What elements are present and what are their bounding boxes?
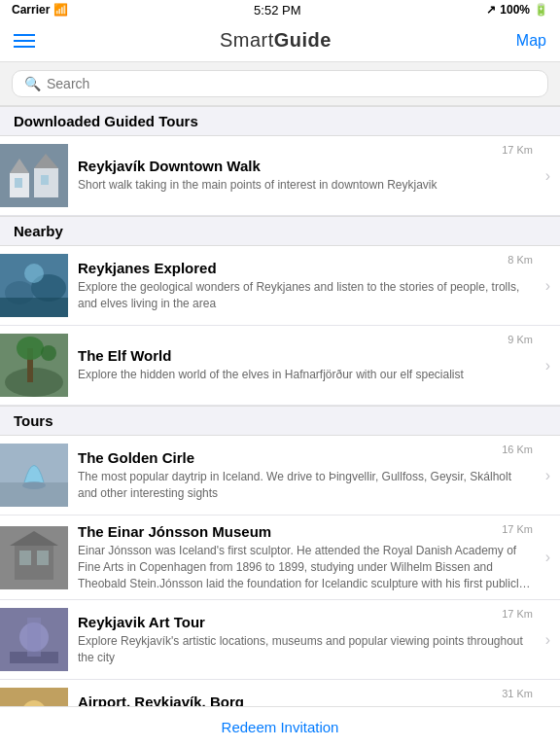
tour-info-einar-jonsson: The Einar Jónsson Museum Einar Jónsson w… [78, 523, 560, 591]
status-left: Carrier 📶 [12, 3, 68, 17]
menu-button[interactable] [14, 34, 35, 48]
map-link[interactable]: Map [516, 32, 546, 50]
nav-bar: SmartGuide Map [0, 19, 560, 62]
tour-desc: Explore the geological wonders of Reykja… [78, 279, 533, 312]
tour-thumb-reykjavik-art [0, 608, 68, 671]
tour-distance: 17 Km [502, 608, 533, 620]
tour-item-golden-circle[interactable]: The Golden Cirle The most popular daytri… [0, 436, 560, 516]
battery-label: 100% [500, 3, 530, 17]
chevron-right-icon: › [545, 167, 550, 185]
chevron-right-icon: › [545, 631, 550, 649]
chevron-right-icon: › [545, 357, 550, 374]
section-header-tours: Tours [0, 406, 560, 436]
tour-desc: The most popular daytrip in Iceland. We … [78, 469, 533, 502]
tour-info-golden-circle: The Golden Cirle The most popular daytri… [78, 449, 560, 502]
search-bar-container: 🔍 [0, 62, 560, 106]
svg-rect-22 [19, 551, 31, 565]
tour-thumb-reykjavik-downtown [0, 144, 68, 207]
tour-item-reykjanes[interactable]: Reykjanes Explored Explore the geologica… [0, 246, 560, 326]
redeem-invitation-link[interactable]: Redeem Invitation [222, 719, 339, 735]
tour-desc: Short walk taking in the main points of … [78, 177, 533, 194]
tour-list-scroll: Downloaded Guided Tours Reykjavík Downto… [0, 106, 560, 747]
location-icon: ↗ [486, 3, 496, 17]
status-time: 5:52 PM [254, 3, 300, 18]
carrier-label: Carrier [12, 3, 50, 17]
section-header-nearby: Nearby [0, 216, 560, 246]
tour-distance: 9 Km [508, 334, 533, 345]
svg-point-11 [24, 264, 44, 283]
svg-rect-28 [27, 618, 41, 657]
svg-rect-5 [15, 178, 22, 188]
battery-icon: 🔋 [534, 3, 548, 17]
tour-thumb-elf-world [0, 334, 68, 397]
tour-thumb-einar-jonsson [0, 526, 68, 589]
search-icon: 🔍 [24, 76, 41, 91]
tour-distance: 17 Km [502, 523, 533, 535]
tour-distance: 8 Km [508, 254, 533, 266]
svg-point-19 [22, 481, 46, 489]
tour-thumb-reykjanes [0, 254, 68, 317]
wifi-icon: 📶 [53, 3, 68, 17]
tour-thumb-golden-circle [0, 444, 68, 507]
tour-item-einar-jonsson[interactable]: The Einar Jónsson Museum Einar Jónsson w… [0, 516, 560, 600]
tour-title: Reykjanes Explored [78, 260, 533, 276]
tour-info-elf-world: The Elf World Explore the hidden world o… [78, 347, 560, 383]
svg-point-15 [17, 337, 44, 360]
svg-rect-23 [37, 551, 49, 565]
svg-point-13 [5, 368, 63, 397]
tour-desc: Explore Reykjavík's artistic locations, … [78, 633, 533, 666]
chevron-right-icon: › [545, 467, 550, 484]
tour-distance: 16 Km [502, 444, 533, 455]
tour-desc: Einar Jónsson was Iceland's first sculpt… [78, 543, 533, 591]
section-header-downloaded: Downloaded Guided Tours [0, 106, 560, 136]
search-input[interactable] [47, 76, 536, 91]
tour-item-elf-world[interactable]: The Elf World Explore the hidden world o… [0, 326, 560, 406]
tour-info-reykjanes: Reykjanes Explored Explore the geologica… [78, 260, 560, 312]
svg-rect-6 [41, 175, 49, 185]
tour-title: The Golden Cirle [78, 449, 533, 466]
status-bar: Carrier 📶 5:52 PM ↗ 100% 🔋 [0, 0, 560, 19]
tour-item-reykjavik-art[interactable]: Reykjavik Art Tour Explore Reykjavík's a… [0, 600, 560, 680]
tour-info-reykjavik-art: Reykjavik Art Tour Explore Reykjavík's a… [78, 614, 560, 666]
svg-point-16 [41, 345, 56, 361]
search-bar[interactable]: 🔍 [12, 70, 548, 97]
tour-desc: Explore the hidden world of the elves in… [78, 367, 533, 383]
svg-rect-10 [0, 298, 68, 317]
tour-item-reykjavik-downtown[interactable]: Reykjavík Downtown Walk Short walk takin… [0, 136, 560, 216]
app-title: SmartGuide [220, 29, 332, 52]
redeem-bar: Redeem Invitation [0, 706, 560, 747]
status-right: ↗ 100% 🔋 [486, 3, 548, 17]
tour-info-reykjavik-downtown: Reykjavík Downtown Walk Short walk takin… [78, 158, 560, 194]
chevron-right-icon: › [545, 549, 550, 566]
tour-distance: 31 Km [502, 688, 533, 699]
tour-title: The Einar Jónsson Museum [78, 523, 533, 540]
chevron-right-icon: › [545, 277, 550, 295]
tour-distance: 17 Km [502, 144, 533, 156]
tour-title: Reykjavík Downtown Walk [78, 158, 533, 174]
tour-title: The Elf World [78, 347, 533, 364]
tour-title: Reykjavik Art Tour [78, 614, 533, 630]
